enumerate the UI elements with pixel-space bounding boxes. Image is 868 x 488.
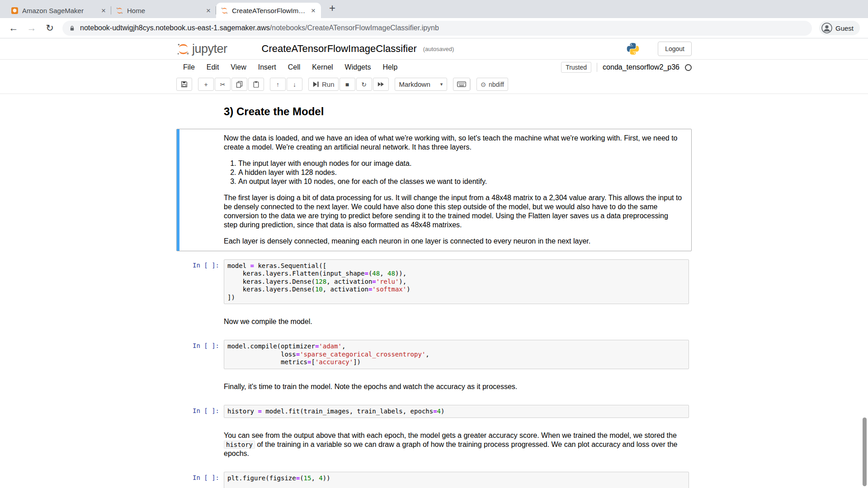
markdown-cell[interactable]: Now we compile the model. — [176, 312, 692, 332]
copy-cells-button[interactable] — [231, 78, 247, 91]
tab-close-icon[interactable]: × — [205, 7, 212, 14]
code-token: = — [364, 270, 368, 277]
markdown-rendered: Now the data is loaded, and we have an i… — [224, 131, 689, 249]
menu-edit[interactable]: Edit — [201, 61, 225, 74]
code-cell[interactable]: In [ ]:history = model.fit(train_images,… — [176, 402, 692, 421]
menubar-divider — [597, 63, 597, 72]
notebook-title[interactable]: CreateATensorFlowImageClassifier — [262, 43, 417, 55]
run-label: Run — [322, 80, 335, 88]
jupyter-wordmark: jupyter — [192, 43, 227, 56]
command-palette-button[interactable] — [453, 78, 470, 91]
profile-button[interactable]: Guest — [819, 21, 860, 35]
menu-file[interactable]: File — [177, 61, 201, 74]
code-token: plt.figure(figsize — [227, 474, 296, 482]
kernel-idle-icon — [685, 64, 692, 71]
kernel-name: conda_tensorflow2_p36 — [603, 63, 679, 71]
scissors-icon: ✂ — [220, 81, 226, 88]
markdown-cell[interactable]: Now the data is loaded, and we have an i… — [176, 129, 692, 251]
code-cell[interactable]: In [ ]:model.compile(optimizer='adam', l… — [176, 337, 692, 372]
cut-cells-button[interactable]: ✂ — [215, 78, 231, 91]
code-cell[interactable]: In [ ]:plt.figure(figsize=(15, 4)) plt.s… — [176, 469, 692, 488]
markdown-rendered: Finally, it's time to train the model. N… — [224, 380, 689, 394]
move-cell-down-button[interactable]: ↓ — [287, 78, 302, 91]
nbdiff-button[interactable]: ⊙nbdiff — [476, 78, 508, 91]
code-token: ), — [399, 278, 406, 285]
forward-icon[interactable]: → — [26, 23, 37, 33]
back-icon[interactable]: ← — [8, 23, 19, 33]
code-token: metrics — [227, 358, 307, 366]
paragraph: Each layer is densely connected, meaning… — [224, 237, 684, 246]
reload-icon[interactable]: ↻ — [44, 23, 55, 33]
profile-label: Guest — [835, 24, 854, 32]
code-input-area[interactable]: model.compile(optimizer='adam', loss='sp… — [224, 340, 689, 369]
url-input[interactable]: notebook-udtwigjh8cys.notebook.us-east-1… — [62, 21, 812, 36]
move-cell-up-button[interactable]: ↑ — [270, 78, 286, 91]
paragraph: Now we compile the model. — [224, 317, 684, 326]
cell-prompt: In [ ]: — [177, 472, 224, 488]
page-scrollbar[interactable] — [863, 418, 867, 486]
menu-kernel[interactable]: Kernel — [306, 61, 339, 74]
restart-kernel-button[interactable]: ↻ — [356, 78, 372, 91]
code-token: = — [372, 278, 376, 285]
menu-widgets[interactable]: Widgets — [339, 61, 377, 74]
run-button[interactable]: Run — [308, 78, 339, 91]
code-input-area[interactable]: model = keras.Sequential([ keras.layers.… — [224, 259, 689, 305]
browser-tab[interactable]: Amazon SageMaker× — [6, 3, 111, 18]
code-line: metrics=['accuracy']) — [227, 358, 685, 366]
jupyter-logo[interactable]: jupyter — [176, 42, 227, 56]
menu-insert[interactable]: Insert — [252, 61, 282, 74]
paste-cells-button[interactable] — [248, 78, 264, 91]
new-tab-button[interactable]: + — [326, 2, 339, 14]
jupyter-favicon-icon — [221, 7, 228, 14]
tab-title: Home — [127, 7, 202, 14]
code-cell[interactable]: In [ ]:model = keras.Sequential([ keras.… — [176, 257, 692, 307]
lock-icon[interactable] — [69, 25, 75, 32]
chevron-down-icon: ▾ — [440, 81, 443, 87]
code-token: model — [227, 262, 250, 269]
menu-cell[interactable]: Cell — [282, 61, 307, 74]
nbdiff-label: nbdiff — [489, 81, 504, 88]
markdown-cell[interactable]: 3) Create the Model — [176, 99, 692, 123]
code-token: ) — [441, 408, 444, 415]
markdown-cell[interactable]: You can see from the output above that w… — [176, 426, 692, 464]
code-token: , activation — [323, 286, 368, 293]
trusted-badge[interactable]: Trusted — [561, 62, 591, 73]
save-button[interactable] — [176, 78, 192, 91]
sagemaker-favicon-icon — [11, 7, 19, 14]
code-line: loss='sparse_categorical_crossentropy', — [227, 351, 685, 359]
tab-close-icon[interactable]: × — [310, 7, 316, 14]
toolbar-group: ↑↓ — [270, 78, 302, 91]
notebook-area[interactable]: 3) Create the ModelNow the data is loade… — [0, 94, 868, 488]
paragraph: Now the data is loaded, and we have an i… — [224, 134, 684, 152]
restart-run-all-button[interactable] — [373, 78, 389, 91]
menu-help[interactable]: Help — [377, 61, 403, 74]
browser-tab[interactable]: Home× — [111, 3, 216, 18]
menu-view[interactable]: View — [225, 61, 252, 74]
code-line: keras.layers.Flatten(input_shape=(48, 48… — [227, 270, 685, 278]
code-token: ( — [300, 474, 303, 482]
toolbar-group — [176, 78, 192, 91]
paste-icon — [253, 81, 259, 88]
toolbar-group: +✂ — [198, 78, 264, 91]
code-input-area[interactable]: history = model.fit(train_images, train_… — [224, 405, 689, 418]
code-token: 'relu' — [376, 278, 399, 285]
interrupt-kernel-button[interactable]: ■ — [340, 78, 355, 91]
browser-tab[interactable]: CreateATensorFlowImageClass× — [216, 3, 321, 18]
logout-button[interactable]: Logout — [658, 42, 692, 56]
code-token: = — [296, 474, 300, 482]
code-line: model.compile(optimizer='adam', — [227, 343, 685, 351]
jupyter-favicon-icon — [116, 7, 123, 14]
tab-close-icon[interactable]: × — [100, 7, 107, 14]
jupyter-logo-icon — [176, 42, 190, 56]
code-token: , — [311, 474, 319, 482]
code-token: , activation — [326, 278, 372, 285]
cell-type-dropdown[interactable]: Markdown▾ — [395, 78, 448, 91]
markdown-cell[interactable]: Finally, it's time to train the model. N… — [176, 377, 692, 397]
insert-cell-below-button[interactable]: + — [198, 78, 214, 91]
nbdiff-icon: ⊙ — [481, 81, 486, 88]
section-heading: 3) Create the Model — [224, 105, 684, 118]
code-token: 15 — [304, 474, 311, 482]
code-input-area[interactable]: plt.figure(figsize=(15, 4)) plt.subplot(… — [224, 472, 689, 488]
paragraph: Finally, it's time to train the model. N… — [224, 382, 684, 391]
cell-prompt: In [ ]: — [177, 405, 224, 418]
